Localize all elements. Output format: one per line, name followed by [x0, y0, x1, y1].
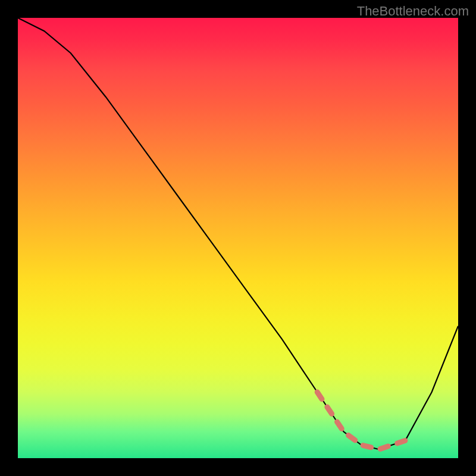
watermark-text: TheBottleneck.com	[357, 4, 469, 19]
chart-plot-area	[18, 18, 458, 458]
optimal-zone-marker	[317, 392, 405, 449]
bottleneck-curve-line	[18, 18, 458, 449]
chart-svg	[18, 18, 458, 458]
